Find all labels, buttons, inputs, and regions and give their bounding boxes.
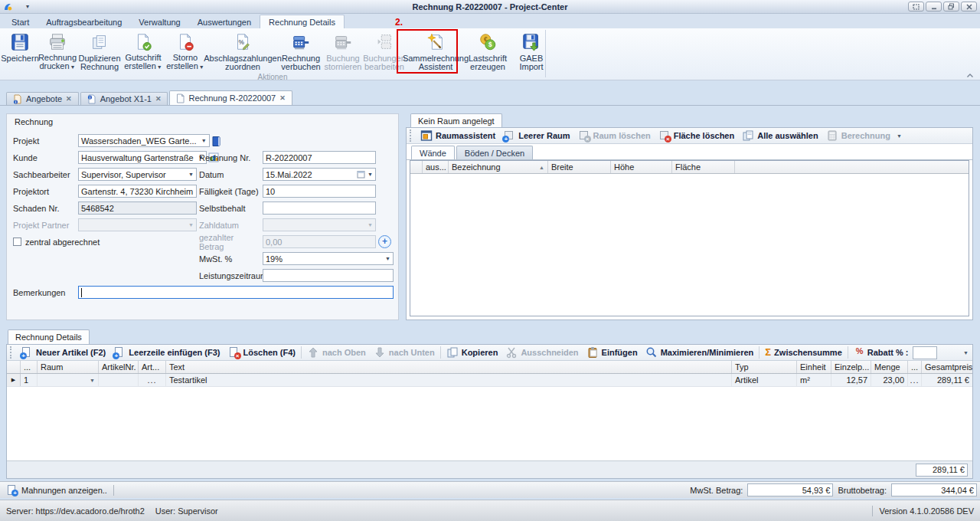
ribbon-tab-verwaltung[interactable]: Verwaltung (130, 15, 188, 28)
details-grid-empty-area[interactable] (7, 387, 972, 460)
rabatt-input[interactable] (913, 346, 937, 359)
column-header-gesamtpreis[interactable]: Gesamtpreis (922, 361, 972, 373)
doc-tab-angebot-x1-1[interactable]: i Angebot X1-1 ✕ (80, 92, 168, 105)
column-header-raum[interactable]: Raum (38, 361, 99, 373)
column-header-dots1[interactable]: ... (21, 361, 38, 373)
show-reminders-button[interactable]: Mahnungen anzeigen.. (0, 482, 113, 498)
doc-tab-angebote[interactable]: i Angebote ✕ (6, 92, 79, 105)
cell-menge[interactable]: 23,00 (871, 374, 908, 386)
column-header-artikelnr[interactable]: ArtikelNr. (99, 361, 139, 373)
kunde-combo[interactable]: Hausverwaltung Gartenstraße▼ (78, 151, 207, 164)
create-credit-note-button[interactable]: Gutschrift erstellen▼ (122, 28, 165, 71)
create-debit-button[interactable]: €$ Lastschrift erzeugen (466, 28, 509, 71)
ribbon-collapse-icon[interactable] (966, 73, 974, 78)
column-header-einzelpreis[interactable]: Einzelp... (831, 361, 871, 373)
subtotal-button[interactable]: Σ Zwischensumme (761, 346, 845, 359)
cell-index[interactable]: 1 (21, 374, 38, 386)
column-header-text[interactable]: Text (166, 361, 732, 373)
empty-room-button[interactable]: Leerer Raum (499, 128, 573, 143)
chevron-down-icon[interactable]: ▼ (199, 138, 209, 143)
paste-button[interactable]: Einfügen (583, 345, 642, 360)
column-header-typ[interactable]: Typ (732, 361, 797, 373)
cell-art-ellipsis-button[interactable]: ... (139, 374, 166, 386)
fit-window-button[interactable] (908, 2, 924, 11)
datum-date-picker[interactable]: 15.Mai.2022 ▼ (263, 168, 376, 181)
faelligkeit-input[interactable]: 10 (263, 185, 376, 198)
select-all-button[interactable]: Alle auswählen (738, 128, 822, 143)
sachbearbeiter-combo[interactable]: Supervisor, Supervisor▼ (78, 168, 197, 181)
delete-row-button[interactable]: Löschen (F4) (224, 345, 299, 360)
cell-gesamtpreis[interactable]: 289,11 € (922, 374, 972, 386)
ribbon-tab-start[interactable]: Start (3, 15, 38, 28)
duplicate-invoice-button[interactable]: Duplizieren Rechnung (77, 28, 122, 71)
add-payment-button[interactable]: + (378, 235, 391, 248)
schaden-nr-input[interactable]: 5468542 (78, 202, 197, 215)
article-row[interactable]: 1 ... Testartikel Artikel m² 12,57 23,00… (7, 374, 972, 387)
chevron-down-icon[interactable]: ▼ (186, 172, 196, 177)
cell-raum-combo[interactable] (38, 374, 99, 386)
bemerkungen-input[interactable] (78, 286, 394, 299)
new-article-button[interactable]: Neuer Artikel (F2) (17, 345, 109, 360)
tab-boeden-decken[interactable]: Böden / Decken (456, 146, 533, 159)
column-header-art[interactable]: Art... (139, 361, 166, 373)
cell-einzelpreis[interactable]: 12,57 (831, 374, 871, 386)
print-invoice-button[interactable]: Rechnung drucken▼ (38, 28, 77, 71)
close-button[interactable] (961, 2, 977, 11)
cell-einheit[interactable]: m² (797, 374, 831, 386)
close-tab-icon[interactable]: ✕ (66, 95, 72, 103)
save-button[interactable]: Speichern (2, 28, 38, 71)
projekt-combo[interactable]: Wasserschaden_WEG Garte...▼ (78, 134, 210, 147)
details-panel-tab[interactable]: Rechnung Details (8, 329, 90, 344)
ribbon-tab-auswertungen[interactable]: Auswertungen (189, 15, 260, 28)
cell-ellipsis-button[interactable]: ... (908, 374, 922, 386)
restore-button[interactable] (943, 2, 959, 11)
minimize-button[interactable] (926, 2, 942, 11)
close-tab-icon[interactable]: ✕ (155, 95, 162, 103)
column-header-breite[interactable]: Breite (548, 161, 611, 173)
column-header-flaeche[interactable]: Fläche (672, 161, 735, 173)
collective-invoice-wizard-button[interactable]: Sammelrechnung Assistent (405, 28, 466, 71)
projektort-input[interactable]: Gartenstr. 4, 73230 Kirchheim (78, 185, 197, 198)
annotation-step-number: 2. (395, 17, 403, 28)
gaeb-import-button[interactable]: GAEB Import (509, 28, 554, 71)
cell-text[interactable]: Testartikel (166, 374, 732, 386)
room-panel-tab[interactable]: Kein Raum angelegt (410, 113, 502, 128)
create-cancellation-button[interactable]: Storno erstellen▼ (165, 28, 206, 71)
rechnung-nr-input[interactable]: R-20220007 (263, 151, 376, 164)
ribbon-tab-auftragsbearbeitung[interactable]: Auftragsbearbeitung (38, 15, 130, 28)
calendar-icon[interactable] (357, 170, 365, 179)
column-header-bezeichnung[interactable]: Bezeichnung (449, 161, 548, 173)
copy-button[interactable]: Kopieren (443, 345, 502, 360)
assign-partial-payments-button[interactable]: % Abschlagszahlungen zuordnen (206, 28, 279, 71)
chevron-down-icon[interactable] (90, 378, 95, 383)
column-header-dots2[interactable]: ... (908, 361, 922, 373)
selbstbehalt-input[interactable] (263, 202, 376, 215)
toolbar-grip[interactable] (10, 346, 14, 359)
cell-artikelnr[interactable] (99, 374, 139, 386)
cell-typ[interactable]: Artikel (732, 374, 797, 386)
leistungszeitraum-input[interactable] (263, 269, 394, 282)
chevron-down-icon[interactable]: ▼ (383, 256, 393, 261)
chevron-down-icon[interactable]: ▼ (365, 172, 375, 177)
close-tab-icon[interactable]: ✕ (279, 94, 286, 102)
room-wizard-button[interactable]: Raumassistent (416, 128, 499, 143)
room-grid-empty-area[interactable] (410, 174, 969, 316)
column-header-hoehe[interactable]: Höhe (611, 161, 672, 173)
tab-waende[interactable]: Wände (411, 146, 455, 159)
ribbon-tab-rechnung-details[interactable]: Rechnung Details (260, 15, 345, 28)
post-invoice-button[interactable]: Rechnung verbuchen (279, 28, 322, 71)
column-header-einheit[interactable]: Einheit (797, 361, 831, 373)
toolbar-grip[interactable] (410, 129, 413, 142)
toolbar-overflow-icon[interactable]: ▼ (961, 346, 971, 359)
mwst-combo[interactable]: 19%▼ (263, 252, 394, 265)
column-header-menge[interactable]: Menge (871, 361, 908, 373)
column-header-aus[interactable]: aus... (423, 161, 449, 173)
insert-blank-line-button[interactable]: Leerzeile einfügen (F3) (109, 345, 224, 360)
maximize-minimize-button[interactable]: Maximieren/Minimieren (642, 345, 758, 360)
open-project-button[interactable] (211, 134, 221, 147)
doc-tab-rechnung-r-20220007[interactable]: Rechnung R-20220007 ✕ (169, 90, 292, 105)
delete-area-button[interactable]: Fläche löschen (655, 128, 738, 143)
calculation-dropdown-icon[interactable]: ▼ (894, 129, 904, 143)
zentral-abgerechnet-checkbox[interactable] (13, 238, 21, 246)
edit-postings-label: Buchungen bearbeiten (363, 54, 406, 71)
